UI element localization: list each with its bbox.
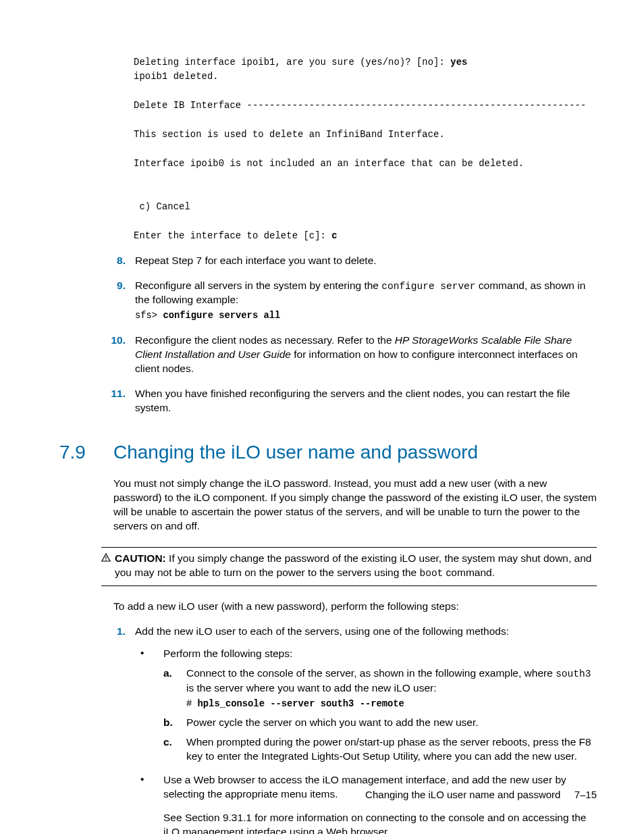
steps-intro: To add a new iLO user (with a new passwo… [113,600,597,614]
caution-icon [101,552,112,580]
list-item: 9. Reconfigure all servers in the system… [59,279,597,323]
section-heading: 7.9 Changing the iLO user name and passw… [59,440,597,465]
bullet-mark: • [135,647,163,764]
code-block-delete-interface: Deleting interface ipoib1, are you sure … [134,55,597,243]
code-line: c) Cancel [134,202,190,212]
code-line: Delete IB Interface --------------------… [134,101,586,111]
step-body: Add the new iLO user to each of the serv… [135,625,597,834]
step-body: Reconfigure the client nodes as necessar… [135,334,597,376]
substep-body: Power cycle the server on which you want… [186,716,597,730]
text: Connect to the console of the server, as… [186,667,556,679]
caution-text: If you simply change the password of the… [115,552,591,578]
code-line: Enter the interface to delete [c]: [134,231,331,241]
substep-body: When prompted during the power on/start-… [186,735,597,764]
list-item: 1. Add the new iLO user to each of the s… [59,625,597,834]
prompt: # [186,699,198,709]
list-item: 11. When you have finished reconfiguring… [59,387,597,415]
substep-body: Connect to the console of the server, as… [186,667,597,710]
text: See Section 9.31.1 for more information … [163,811,597,834]
caution-label: CAUTION: [115,552,166,564]
code-input: c [331,231,337,241]
list-item: b. Power cycle the server on which you w… [163,716,597,730]
bullet-mark: • [135,773,163,834]
prompt: sfs> [135,311,163,321]
bullet-body: Perform the following steps: a. Connect … [163,647,597,764]
step-body: When you have finished reconfiguring the… [135,387,597,415]
section-number: 7.9 [59,440,113,465]
page: Deleting interface ipoib1, are you sure … [0,0,644,834]
substep-number: a. [163,667,186,710]
substep-number: b. [163,716,186,730]
inline-code: boot [420,568,444,579]
text: Add the new iLO user to each of the serv… [135,625,509,637]
ordered-list-ilo-steps: 1. Add the new iLO user to each of the s… [59,625,597,834]
step-number: 8. [59,254,135,268]
caution-box: CAUTION: If you simply change the passwo… [101,547,597,586]
command-line: sfs> configure servers all [135,310,597,323]
step-body: Reconfigure all servers in the system by… [135,279,597,323]
page-footer: Changing the iLO user name and password … [365,788,597,802]
command: configure servers all [163,311,280,321]
step-number: 9. [59,279,135,323]
list-item: • Perform the following steps: a. Connec… [135,647,597,764]
code-line: ipoib1 deleted. [134,72,219,82]
ordered-list-steps: 8. Repeat Step 7 for each interface you … [59,254,597,415]
section-title: Changing the iLO user name and password [113,440,478,465]
list-item: • Use a Web browser to access the iLO ma… [135,773,597,834]
code-input: yes [450,57,467,68]
text: Reconfigure the client nodes as necessar… [135,334,395,346]
code-line: Interface ipoib0 is not included an an i… [134,159,524,169]
code-line: Deleting interface ipoib1, are you sure … [134,57,450,68]
bullet-body: Use a Web browser to access the iLO mana… [163,773,597,834]
step-number: 1. [59,625,135,834]
list-item: a. Connect to the console of the server,… [163,667,597,710]
text: Perform the following steps: [163,648,292,659]
svg-point-2 [105,559,107,561]
text: Reconfigure all servers in the system by… [135,280,381,291]
command: hpls_console --server south3 --remote [198,699,404,709]
bullet-list: • Perform the following steps: a. Connec… [135,647,597,834]
page-number: 7–15 [574,789,597,800]
substep-number: c. [163,735,186,764]
inline-code: south3 [556,669,591,679]
command-line: # hpls_console --server south3 --remote [186,698,597,711]
list-item: c. When prompted during the power on/sta… [163,735,597,764]
footer-label: Changing the iLO user name and password [365,789,560,800]
code-line: This section is used to delete an Infini… [134,130,445,140]
list-item: 8. Repeat Step 7 for each interface you … [59,254,597,268]
step-number: 10. [59,334,135,376]
sub-ordered-list: a. Connect to the console of the server,… [163,667,597,764]
text: is the server where you want to add the … [186,682,436,694]
list-item: 10. Reconfigure the client nodes as nece… [59,334,597,376]
step-number: 11. [59,387,135,415]
caution-body: CAUTION: If you simply change the passwo… [115,552,597,580]
step-body: Repeat Step 7 for each interface you wan… [135,254,597,268]
inline-code: configure server [381,281,475,292]
caution-text: command. [443,567,495,578]
intro-paragraph: You must not simply change the iLO passw… [113,477,597,533]
